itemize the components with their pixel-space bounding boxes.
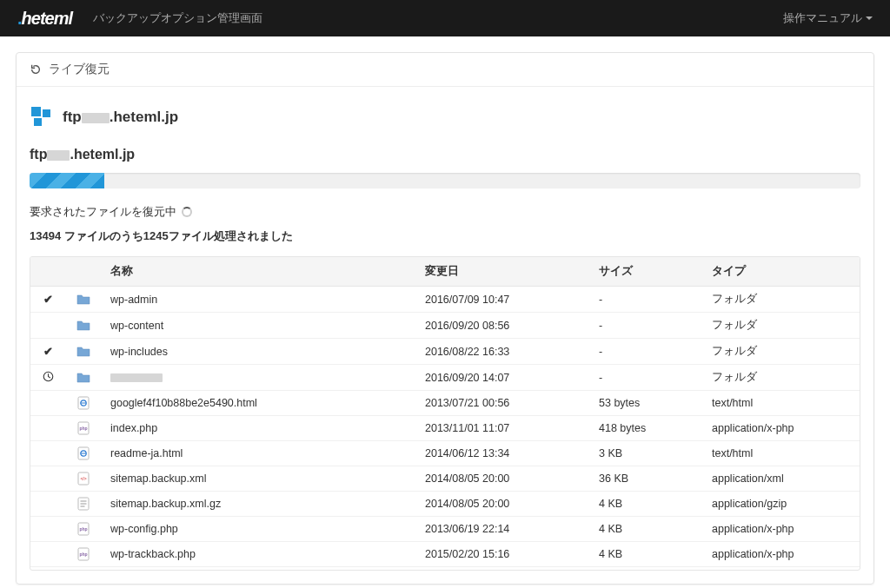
table-row[interactable]: 2016/09/20 14:07-フォルダ [30, 365, 860, 391]
row-date: 2016/07/09 10:47 [416, 287, 590, 313]
row-status [30, 517, 65, 542]
row-icon [65, 365, 102, 391]
check-icon: ✔ [43, 294, 53, 306]
svg-rect-0 [31, 107, 41, 116]
main-panel: ライブ復元 ftp.heteml.jp ftp.heteml.jp 要求されたフ… [16, 52, 874, 585]
panel-body: ftp.heteml.jp ftp.heteml.jp 要求されたファイルを復元… [17, 87, 873, 584]
nav-left: .heteml バックアップオプション管理画面 [17, 9, 262, 29]
html-icon [76, 396, 90, 410]
svg-text:</>: </> [80, 476, 86, 481]
row-icon: </> [65, 466, 102, 492]
row-date: 2013/11/01 11:07 [416, 416, 590, 441]
svg-rect-1 [43, 109, 50, 117]
row-name: wp-includes [102, 339, 416, 365]
row-date: 2014/08/05 20:00 [416, 492, 590, 517]
svg-text:php: php [79, 426, 87, 431]
panel-header: ライブ復元 [17, 53, 873, 87]
row-name: readme-ja.html [102, 441, 416, 466]
table-row[interactable]: phpwp-config.php2013/06/19 22:144 KBappl… [30, 517, 860, 542]
row-name: sitemap.backup.xml.gz [102, 492, 416, 517]
row-icon [65, 492, 102, 517]
table-row[interactable]: ✔wp-includes2016/08/22 16:33-フォルダ [30, 339, 860, 365]
col-name-header[interactable]: 名称 [102, 257, 416, 287]
table-header-row: 名称 変更日 サイズ タイプ [30, 257, 860, 287]
table-row[interactable]: ✔wp-admin2016/07/09 10:47-フォルダ [30, 287, 860, 313]
row-size: 4 KB [590, 542, 703, 567]
row-size: 4 KB [590, 492, 703, 517]
folder-icon [76, 293, 90, 307]
row-status [30, 466, 65, 492]
row-type: フォルダ [703, 287, 860, 313]
table-row[interactable]: googlef4f10b88be2e5490.html2013/07/21 00… [30, 391, 860, 416]
php-icon: php [76, 547, 90, 561]
server-icon [30, 105, 54, 129]
nav-subtitle: バックアップオプション管理画面 [93, 10, 262, 26]
row-date: 2015/02/20 15:16 [416, 542, 590, 567]
row-type: text/plain [703, 567, 860, 571]
row-name: sitemap.backup.xml [102, 466, 416, 492]
row-type: text/html [703, 391, 860, 416]
status-line: 要求されたファイルを復元中 [30, 204, 860, 220]
logo[interactable]: .heteml [17, 9, 72, 29]
table-row[interactable]: phpwp-trackback.php2015/02/20 15:164 KBa… [30, 542, 860, 567]
row-icon [65, 391, 102, 416]
row-type: application/x-php [703, 517, 860, 542]
row-type: application/x-php [703, 542, 860, 567]
row-icon [65, 287, 102, 313]
row-date: 2013/07/21 00:56 [416, 391, 590, 416]
row-type: application/xml [703, 466, 860, 492]
path-title: ftp.heteml.jp [30, 147, 860, 162]
row-size: 36 KB [590, 466, 703, 492]
row-status [30, 492, 65, 517]
php-icon: php [76, 421, 90, 435]
row-date: 2016/07/09 10:47 [416, 567, 590, 571]
row-type: application/x-php [703, 416, 860, 441]
row-icon [65, 313, 102, 339]
row-size: 19 KB [590, 567, 703, 571]
svg-rect-2 [34, 118, 42, 126]
manual-link[interactable]: 操作マニュアル [783, 10, 873, 26]
col-size-header[interactable]: サイズ [590, 257, 703, 287]
row-status [30, 313, 65, 339]
folder-icon [76, 371, 90, 385]
col-type-header[interactable]: タイプ [703, 257, 860, 287]
row-icon: php [65, 542, 102, 567]
row-type: フォルダ [703, 339, 860, 365]
clock-icon [43, 373, 54, 385]
row-status: ✔ [30, 287, 65, 313]
row-name [102, 365, 416, 391]
row-size: 4 KB [590, 517, 703, 542]
row-date: 2016/09/20 14:07 [416, 365, 590, 391]
row-name: wp-trackback.php [102, 542, 416, 567]
row-size: 418 bytes [590, 416, 703, 441]
row-status [30, 365, 65, 391]
row-type: フォルダ [703, 313, 860, 339]
file-scroll[interactable]: 名称 変更日 サイズ タイプ ✔wp-admin2016/07/09 10:47… [30, 257, 860, 570]
row-date: 2013/06/19 22:14 [416, 517, 590, 542]
col-icon-header [65, 257, 102, 287]
table-row[interactable]: sitemap.backup.xml.gz2014/08/05 20:004 K… [30, 492, 860, 517]
table-row[interactable]: readme-ja.html2014/06/12 13:343 KBtext/h… [30, 441, 860, 466]
row-size: - [590, 339, 703, 365]
folder-icon [76, 345, 90, 359]
row-date: 2014/06/12 13:34 [416, 441, 590, 466]
gz-icon [76, 497, 90, 511]
panel-title: ライブ復元 [49, 62, 110, 77]
row-status [30, 391, 65, 416]
server-title: ftp.heteml.jp [63, 109, 178, 126]
row-size: - [590, 313, 703, 339]
row-type: text/html [703, 441, 860, 466]
col-date-header[interactable]: 変更日 [416, 257, 590, 287]
table-row[interactable]: phpindex.php2013/11/01 11:07418 bytesapp… [30, 416, 860, 441]
table-row[interactable]: </>sitemap.backup.xml2014/08/05 20:0036 … [30, 466, 860, 492]
php-icon: php [76, 522, 90, 536]
check-icon: ✔ [43, 346, 53, 358]
table-row[interactable]: wp-content2016/09/20 08:56-フォルダ [30, 313, 860, 339]
folder-icon [76, 319, 90, 333]
table-row[interactable]: license.txt2016/07/09 10:4719 KBtext/pla… [30, 567, 860, 571]
row-icon [65, 441, 102, 466]
row-icon: php [65, 517, 102, 542]
server-row: ftp.heteml.jp [30, 105, 860, 129]
row-icon: php [65, 416, 102, 441]
row-size: 53 bytes [590, 391, 703, 416]
